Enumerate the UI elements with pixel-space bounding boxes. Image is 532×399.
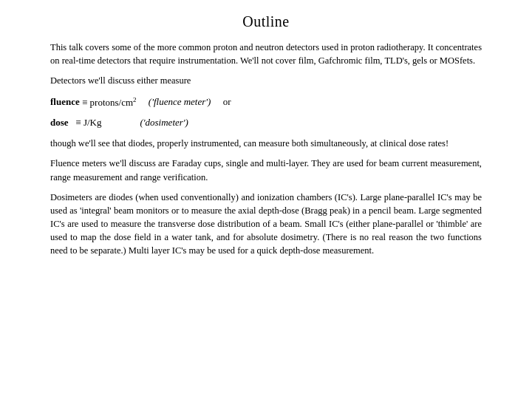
- fluence-equiv: ≡ protons/cm2: [80, 97, 137, 108]
- fluence-superscript: 2: [133, 95, 137, 103]
- fluence-paren: ('fluence meter'): [149, 97, 211, 108]
- fluence-spacer: [139, 97, 146, 108]
- dose-spacer: [104, 117, 138, 128]
- dose-equiv: ≡ J/Kg: [71, 117, 102, 128]
- though-paragraph: though we'll see that diodes, properly i…: [50, 137, 482, 150]
- fluence-meters-paragraph: Fluence meters we'll discuss are Faraday…: [50, 157, 482, 183]
- dosimeters-paragraph: Dosimeters are diodes (when used convent…: [50, 191, 482, 258]
- intro-paragraph: This talk covers some of the more common…: [50, 41, 482, 67]
- detectors-intro: Detectors we'll discuss either measure: [50, 74, 482, 87]
- fluence-label: fluence: [50, 97, 80, 108]
- fluence-line: fluence ≡ protons/cm2 ('fluence meter') …: [50, 94, 482, 110]
- fluence-spacer2: [214, 97, 221, 108]
- page-title: Outline: [50, 13, 482, 30]
- dose-paren: ('dosimeter'): [140, 117, 188, 128]
- page: Outline This talk covers some of the mor…: [0, 0, 532, 399]
- dose-line: dose ≡ J/Kg ('dosimeter'): [50, 115, 482, 131]
- fluence-or: or: [223, 97, 231, 108]
- dose-label: dose: [50, 117, 69, 128]
